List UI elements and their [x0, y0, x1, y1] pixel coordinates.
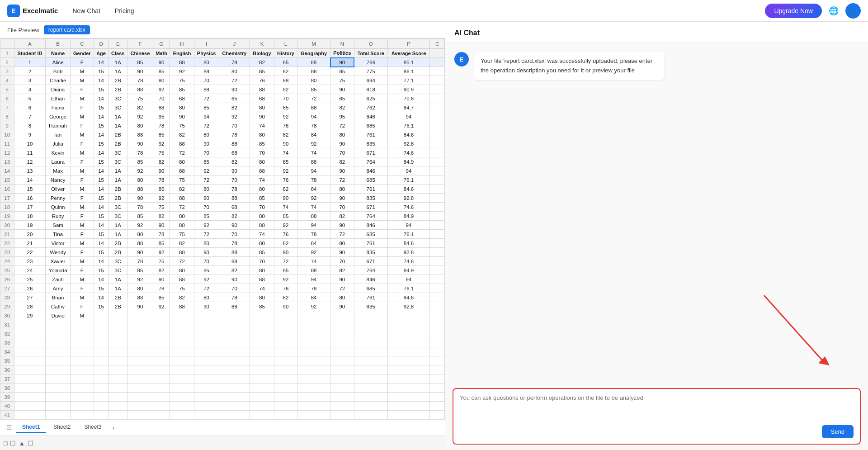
cell-r21-c1[interactable]: 20 [14, 230, 46, 239]
cell-r18-c1[interactable]: 17 [14, 203, 46, 212]
cell-r36-c1[interactable] [14, 365, 46, 374]
cell-r33-c13[interactable] [297, 338, 330, 347]
cell-r26-c1[interactable]: 25 [14, 275, 46, 284]
cell-r13-c10[interactable]: 82 [219, 157, 250, 166]
cell-r11-c3[interactable]: F [70, 139, 94, 148]
cell-r18-c10[interactable]: 68 [219, 203, 250, 212]
cell-r26-c2[interactable]: Zach [46, 275, 71, 284]
cell-r14-c12[interactable]: 92 [274, 166, 297, 175]
cell-r24-c3[interactable]: M [70, 257, 94, 266]
cell-r22-c3[interactable]: M [70, 239, 94, 248]
cell-r9-c4[interactable]: 15 [94, 121, 108, 130]
cell-r35-c5[interactable] [108, 356, 127, 365]
cell-r22-c17[interactable] [430, 239, 445, 248]
cell-r27-c10[interactable]: 70 [219, 284, 250, 293]
cell-r4-c2[interactable]: Charlie [46, 76, 71, 85]
cell-r7-c13[interactable]: 88 [297, 103, 330, 112]
cell-r14-c10[interactable]: 90 [219, 166, 250, 175]
cell-r24-c11[interactable]: 70 [250, 257, 274, 266]
cell-r31-c13[interactable] [297, 320, 330, 329]
cell-r33-c14[interactable] [330, 338, 354, 347]
cell-r4-c1[interactable]: 3 [14, 76, 46, 85]
cell-r36-c13[interactable] [297, 365, 330, 374]
cell-r13-c7[interactable]: 82 [153, 157, 170, 166]
row-num-cell[interactable]: 37 [0, 374, 14, 384]
cell-r12-c2[interactable]: Kevin [46, 148, 71, 157]
cell-r6-c6[interactable]: 75 [127, 94, 153, 103]
cell-r21-c2[interactable]: Tina [46, 230, 71, 239]
avatar[interactable]: 👤 [845, 3, 861, 19]
cell-r30-c16[interactable] [387, 311, 429, 320]
cell-r29-c14[interactable]: 90 [330, 302, 354, 311]
cell-r17-c3[interactable]: F [70, 194, 94, 203]
cell-r14-c6[interactable]: 92 [127, 166, 153, 175]
cell-r15-c3[interactable]: F [70, 175, 94, 185]
cell-r27-c14[interactable]: 72 [330, 284, 354, 293]
cell-r2-c12[interactable]: 85 [274, 58, 297, 67]
cell-r24-c10[interactable]: 68 [219, 257, 250, 266]
cell-r2-c5[interactable]: 1A [108, 58, 127, 67]
cell-r27-c4[interactable]: 15 [94, 284, 108, 293]
cell-r28-c5[interactable]: 2B [108, 293, 127, 302]
row-num-cell[interactable]: 12 [0, 148, 14, 157]
cell-r19-c10[interactable]: 82 [219, 212, 250, 221]
cell-r15-c1[interactable]: 14 [14, 175, 46, 185]
cell-r15-c8[interactable]: 75 [170, 175, 194, 185]
cell-r33-c2[interactable] [46, 338, 71, 347]
cell-r7-c6[interactable]: 82 [127, 103, 153, 112]
col-header-N[interactable]: N [330, 39, 354, 49]
cell-r40-c16[interactable] [387, 402, 429, 411]
cell-r32-c9[interactable] [194, 329, 219, 338]
cell-r16-c3[interactable]: M [70, 185, 94, 194]
row-num-cell[interactable]: 4 [0, 76, 14, 85]
cell-r36-c15[interactable] [354, 365, 387, 374]
cell-r25-c4[interactable]: 15 [94, 266, 108, 275]
cell-r22-c5[interactable]: 2B [108, 239, 127, 248]
cell-r29-c1[interactable]: 28 [14, 302, 46, 311]
cell-r31-c9[interactable] [194, 320, 219, 329]
cell-r32-c15[interactable] [354, 329, 387, 338]
row-num-cell[interactable]: 26 [0, 275, 14, 284]
row-num-cell[interactable]: 16 [0, 185, 14, 194]
cell-r36-c3[interactable] [70, 365, 94, 374]
cell-r20-c2[interactable]: Sam [46, 221, 71, 230]
cell-r18-c6[interactable]: 78 [127, 203, 153, 212]
cell-r40-c8[interactable] [170, 402, 194, 411]
row-num-cell[interactable]: 22 [0, 239, 14, 248]
cell-r30-c1[interactable]: 29 [14, 311, 46, 320]
cell-r10-c4[interactable]: 14 [94, 130, 108, 139]
cell-r27-c12[interactable]: 76 [274, 284, 297, 293]
cell-r12-c7[interactable]: 75 [153, 148, 170, 157]
cell-r2-c1[interactable]: 1 [14, 58, 46, 67]
cell-r17-c5[interactable]: 2B [108, 194, 127, 203]
cell-r40-c7[interactable] [153, 402, 170, 411]
cell-r33-c15[interactable] [354, 338, 387, 347]
cell-r24-c17[interactable] [430, 257, 445, 266]
cell-r13-c6[interactable]: 85 [127, 157, 153, 166]
cell-r24-c8[interactable]: 72 [170, 257, 194, 266]
cell-r22-c6[interactable]: 88 [127, 239, 153, 248]
cell-r16-c4[interactable]: 14 [94, 185, 108, 194]
cell-r24-c1[interactable]: 23 [14, 257, 46, 266]
cell-r18-c11[interactable]: 70 [250, 203, 274, 212]
cell-r23-c14[interactable]: 90 [330, 248, 354, 257]
cell-r31-c15[interactable] [354, 320, 387, 329]
cell-r17-c17[interactable] [430, 194, 445, 203]
cell-r11-c15[interactable]: 835 [354, 139, 387, 148]
cell-r25-c16[interactable]: 84.9 [387, 266, 429, 275]
cell-r5-c8[interactable]: 85 [170, 85, 194, 94]
cell-r25-c17[interactable] [430, 266, 445, 275]
cell-r4-c3[interactable]: M [70, 76, 94, 85]
cell-r28-c15[interactable]: 761 [354, 293, 387, 302]
cell-r2-c3[interactable]: F [70, 58, 94, 67]
cell-r23-c1[interactable]: 22 [14, 248, 46, 257]
cell-r13-c9[interactable]: 85 [194, 157, 219, 166]
cell-r4-c11[interactable]: 76 [250, 76, 274, 85]
cell-r39-c4[interactable] [94, 393, 108, 402]
cell-r34-c15[interactable] [354, 347, 387, 356]
cell-r35-c16[interactable] [387, 356, 429, 365]
cell-r39-c6[interactable] [127, 393, 153, 402]
cell-r35-c9[interactable] [194, 356, 219, 365]
cell-r9-c3[interactable]: F [70, 121, 94, 130]
cell-r14-c4[interactable]: 14 [94, 166, 108, 175]
